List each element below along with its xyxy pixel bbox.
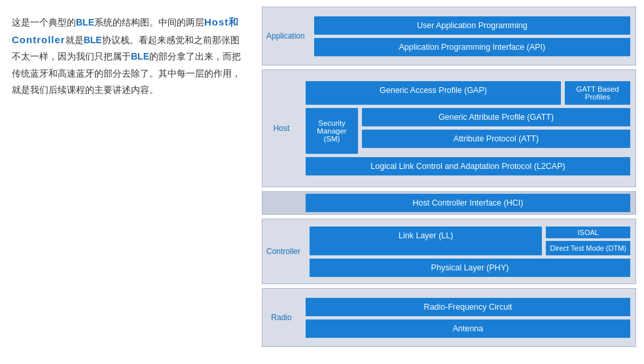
sm-box: Security Manager (SM): [306, 108, 358, 154]
host-grid: Generic Access Profile (GAP) GATT Based …: [306, 81, 630, 175]
dtm-box: Direct Test Mode (DTM): [546, 241, 630, 255]
application-content: User Application Programming Application…: [309, 12, 635, 60]
hci-content: Host Controller Interface (HCI): [300, 192, 635, 214]
ble-label-3: BLE: [131, 51, 149, 62]
hci-spacer: [262, 200, 300, 206]
radio-content: Radio-Frequency Circuit Antenna: [300, 294, 635, 342]
ble-label-1: BLE: [76, 17, 94, 27]
isoal-dtm-column: ISOAL Direct Test Mode (DTM): [546, 227, 630, 255]
hci-box: Host Controller Interface (HCI): [306, 194, 630, 212]
controller-label: Controller: [262, 244, 304, 259]
rf-box: Radio-Frequency Circuit: [306, 298, 630, 316]
application-section: Application User Application Programming…: [262, 7, 636, 65]
host-section: Host Generic Access Profile (GAP) GATT B…: [262, 69, 636, 187]
host-label: Host: [262, 121, 300, 136]
att-box: Attribute Protocol (ATT): [362, 130, 630, 148]
ble-stack-diagram: Application User Application Programming…: [255, 0, 644, 364]
left-text-panel: 这是一个典型的BLE系统的结构图。中间的两层Host和Controller就是B…: [0, 0, 255, 364]
user-app-programming-box: User Application Programming: [314, 16, 630, 35]
api-box: Application Programming Interface (API): [314, 38, 630, 56]
text-body-2: 就是: [65, 35, 84, 45]
text-intro: 这是一个典型的: [12, 17, 76, 27]
controller-content: Link Layer (LL) ISOAL Direct Test Mode (…: [304, 223, 635, 281]
antenna-box: Antenna: [306, 319, 630, 338]
radio-label: Radio: [262, 310, 300, 325]
radio-section: Radio Radio-Frequency Circuit Antenna: [262, 288, 636, 347]
host-row-1: Generic Access Profile (GAP) GATT Based …: [306, 81, 630, 105]
gatt-based-box: GATT Based Profiles: [565, 81, 630, 105]
host-content: Generic Access Profile (GAP) GATT Based …: [300, 77, 635, 179]
hci-section: Host Controller Interface (HCI): [262, 191, 636, 215]
text-body-1: 系统的结构图。中间的两层: [94, 17, 204, 27]
isoal-box: ISOAL: [546, 227, 630, 238]
l2cap-box: Logical Link Control and Adaptation Prot…: [306, 157, 630, 175]
gatt-box: Generic Attribute Profile (GATT): [362, 108, 630, 126]
controller-section: Controller Link Layer (LL) ISOAL Direct …: [262, 219, 636, 284]
ble-label-2: BLE: [84, 35, 102, 45]
ll-row: Link Layer (LL) ISOAL Direct Test Mode (…: [310, 227, 630, 255]
ll-box: Link Layer (LL): [310, 227, 542, 255]
gap-box: Generic Access Profile (GAP): [306, 81, 561, 105]
phy-box: Physical Layer (PHY): [310, 259, 630, 277]
host-row-2: Security Manager (SM) Generic Attribute …: [306, 108, 630, 154]
gatt-att-column: Generic Attribute Profile (GATT) Attribu…: [362, 108, 630, 154]
application-label: Application: [262, 29, 309, 43]
